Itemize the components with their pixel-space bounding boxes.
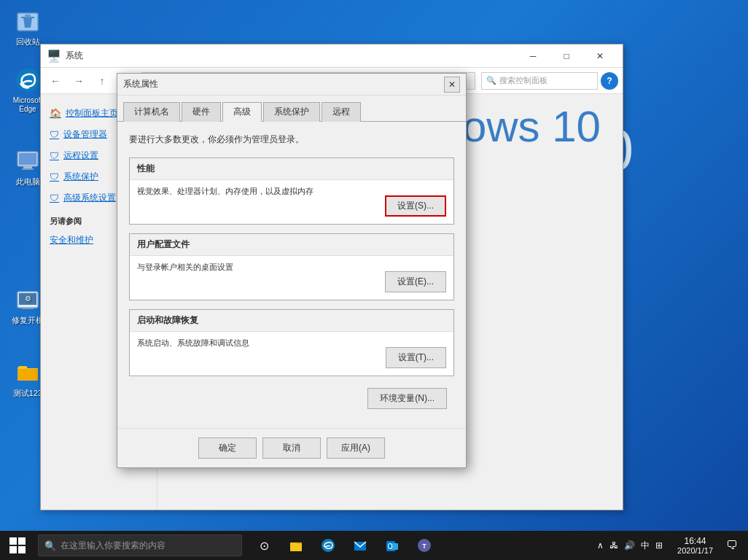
minimize-button[interactable]: ─ [516, 44, 550, 68]
ok-button[interactable]: 确定 [198, 438, 257, 459]
user-profiles-section: 用户配置文件 与登录帐户相关的桌面设置 设置(E)... [129, 233, 454, 300]
sidebar-device-manager-label: 设备管理器 [63, 128, 107, 141]
dialog-tabs: 计算机名 硬件 高级 系统保护 远程 [117, 96, 466, 122]
user-profiles-button-container: 设置(E)... [385, 271, 446, 292]
tray-show-hidden-icon[interactable]: ∧ [594, 540, 607, 551]
file-explorer-icon [289, 538, 303, 553]
taskbar-mail-button[interactable] [344, 531, 376, 560]
tray-network-icon[interactable]: 🖧 [607, 540, 621, 551]
user-profiles-settings-button[interactable]: 设置(E)... [385, 271, 446, 292]
edge-label: MicrosoftEdge [13, 96, 43, 114]
tab-system-protection[interactable]: 系统保护 [263, 102, 320, 122]
taskbar-file-explorer-button[interactable] [280, 531, 312, 560]
dialog-titlebar: 系统属性 ✕ [117, 74, 466, 96]
performance-settings-button[interactable]: 设置(S)... [385, 195, 446, 217]
startup-recovery-content: 系统启动、系统故障和调试信息 设置(T)... [130, 332, 453, 376]
performance-section-header: 性能 [130, 158, 453, 180]
cancel-button[interactable]: 取消 [262, 438, 321, 459]
tray-volume-icon[interactable]: 🔊 [621, 540, 638, 551]
performance-section: 性能 视觉效果、处理器计划、内存使用，以及虚拟内存 设置(S)... [129, 158, 454, 225]
taskbar-search-bar[interactable]: 🔍 在这里输入你要搜索的内容 [38, 534, 242, 556]
svg-point-16 [389, 544, 391, 548]
taskbar-search-placeholder: 在这里输入你要搜索的内容 [61, 540, 165, 552]
env-vars-button[interactable]: 环境变量(N)... [367, 388, 447, 409]
search-icon: 🔍 [486, 76, 496, 85]
performance-section-content: 视觉效果、处理器计划、内存使用，以及虚拟内存 设置(S)... [130, 180, 453, 224]
tab-remote[interactable]: 远程 [322, 102, 361, 122]
forward-button[interactable]: → [69, 71, 89, 91]
search-placeholder-text: 搜索控制面板 [499, 75, 548, 86]
outlook-icon [385, 538, 400, 553]
close-button[interactable]: ✕ [583, 44, 617, 68]
taskbar-edge-button[interactable] [312, 531, 344, 560]
shield-icon-1: 🛡 [50, 129, 59, 140]
tab-advanced[interactable]: 高级 [222, 102, 262, 122]
search-box[interactable]: 🔍 搜索控制面板 [481, 72, 598, 90]
teams-icon: T [417, 538, 432, 553]
tray-ime-keyboard-icon[interactable]: ⊞ [652, 540, 666, 551]
startup-recovery-button-container: 设置(T)... [386, 347, 446, 368]
tray-ime-icon[interactable]: 中 [638, 540, 652, 552]
mypc-label: 此电脑 [16, 176, 40, 187]
windows-logo-icon [9, 537, 26, 553]
tray-icons: ∧ 🖧 🔊 中 ⊞ [588, 531, 671, 560]
sidebar-remote-settings-label: 远程设置 [63, 149, 98, 162]
taskbar: 🔍 在这里输入你要搜索的内容 ⊙ [0, 531, 748, 560]
taskbar-center: ⊙ [248, 531, 440, 560]
dialog-warning-text: 要进行大多数更改，你必须作为管理员登录。 [129, 133, 454, 146]
window-controls: ─ □ ✕ [516, 44, 617, 68]
start-button[interactable] [0, 531, 35, 560]
edge-icon [13, 66, 42, 95]
home-icon: 🏠 [50, 108, 61, 119]
system-window-title: 系统 [66, 50, 516, 62]
recycle-icon [13, 6, 42, 35]
up-button[interactable]: ↑ [92, 71, 112, 91]
startup-recovery-settings-button[interactable]: 设置(T)... [386, 347, 446, 368]
taskbar-clock[interactable]: 16:44 2020/1/17 [671, 531, 719, 560]
svg-text:T: T [422, 542, 426, 550]
shield-icon-2: 🛡 [50, 150, 59, 161]
shield-icon-3: 🛡 [50, 171, 59, 182]
dialog-body: 要进行大多数更改，你必须作为管理员登录。 性能 视觉效果、处理器计划、内存使用，… [117, 122, 466, 428]
desktop: 回收站 MicrosoftEdge 此电脑 [0, 0, 748, 560]
startup-recovery-section: 启动和故障恢复 系统启动、系统故障和调试信息 设置(T)... [129, 309, 454, 376]
sidebar-security-label: 安全和维护 [50, 234, 93, 246]
mail-icon [353, 538, 367, 553]
back-button[interactable]: ← [45, 71, 66, 91]
system-props-dialog: 系统属性 ✕ 计算机名 硬件 高级 系统保护 远程 要进行大多数更改，你必须作为… [117, 73, 467, 468]
sidebar-system-protection-label: 系统保护 [63, 171, 98, 183]
apply-button[interactable]: 应用(A) [327, 438, 385, 459]
taskbar-task-view-button[interactable]: ⊙ [248, 531, 280, 560]
tab-hardware[interactable]: 硬件 [182, 102, 221, 122]
tab-computer-name[interactable]: 计算机名 [123, 102, 180, 122]
dialog-title: 系统属性 [123, 78, 444, 90]
help-button[interactable]: ? [601, 72, 618, 90]
notification-icon: 🗨 [726, 539, 738, 552]
desktop-icon-recycle[interactable]: 回收站 [6, 6, 50, 47]
dialog-close-button[interactable]: ✕ [444, 77, 460, 93]
dialog-footer: 确定 取消 应用(A) [117, 428, 466, 467]
maximize-button[interactable]: □ [550, 44, 583, 68]
clock-time: 16:44 [685, 536, 706, 546]
taskbar-teams-button[interactable]: T [408, 531, 440, 560]
system-window-icon: 🖥️ [47, 49, 61, 63]
clock-date: 2020/1/17 [677, 546, 713, 555]
repair-icon: ⚙ [13, 284, 42, 314]
taskbar-outlook-button[interactable] [376, 531, 408, 560]
notification-button[interactable]: 🗨 [719, 531, 745, 560]
svg-rect-5 [22, 168, 34, 170]
system-window-titlebar: 🖥️ 系统 ─ □ ✕ [41, 44, 623, 68]
edge-taskbar-icon [321, 538, 335, 553]
shield-icon-4: 🛡 [50, 192, 59, 203]
mypc-icon [13, 146, 42, 175]
taskbar-search-icon: 🔍 [44, 540, 56, 551]
sidebar-advanced-label: 高级系统设置 [63, 192, 116, 204]
performance-settings-button-container: 设置(S)... [385, 195, 446, 217]
taskbar-tray: ∧ 🖧 🔊 中 ⊞ 16:44 2020/1/17 🗨 [588, 531, 748, 560]
env-vars-button-container: 环境变量(N)... [129, 385, 454, 416]
svg-rect-9 [22, 308, 34, 309]
recycle-label: 回收站 [16, 36, 40, 47]
folder-label: 测试123 [13, 388, 42, 399]
folder-icon [13, 357, 42, 386]
user-profiles-content: 与登录帐户相关的桌面设置 设置(E)... [130, 256, 453, 300]
